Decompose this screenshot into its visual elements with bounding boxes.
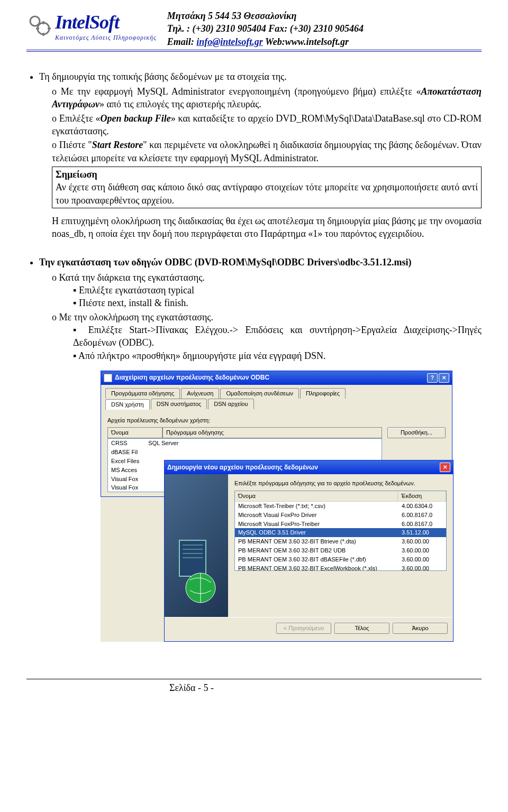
logo-tagline: Καινοτόμες Λύσεις Πληροφορικής: [55, 33, 157, 42]
email-link[interactable]: info@intelsoft.gr: [196, 36, 263, 47]
dsn-label: Αρχεία προέλευσης δεδομένων χρήστη:: [107, 417, 446, 425]
tab-drivers[interactable]: Προγράμματα οδήγησης: [105, 388, 180, 399]
tab-pooling[interactable]: Ομαδοποίηση συνδέσεων: [220, 388, 299, 399]
email-label: Email:: [167, 36, 197, 47]
address: Μητσάκη 5 544 53 Θεσσαλονίκη: [167, 10, 364, 22]
logo: IntelSoft Καινοτόμες Λύσεις Πληροφορικής: [26, 10, 157, 42]
close-button[interactable]: ✕: [439, 373, 449, 383]
page-footer: Σελίδα - 5 -: [26, 681, 482, 694]
wizard-graphic: [165, 474, 228, 617]
contact-block: Μητσάκη 5 544 53 Θεσσαλονίκη Τηλ. : (+30…: [167, 10, 364, 48]
tab-file-dsn[interactable]: DSN αρχείου: [208, 399, 253, 409]
note-body: Αν έχετε στη διάθεση σας κάποιο δικό σας…: [56, 182, 478, 205]
create-dsn-wizard: Δημιουργία νέου αρχείου προέλευσης δεδομ…: [164, 460, 453, 642]
bullet-1: Τη δημιουργία της τοπικής βάσης δεδομένω…: [39, 71, 287, 82]
wizard-title: Δημιουργία νέου αρχείου προέλευσης δεδομ…: [167, 463, 318, 472]
wizard-prompt: Επιλέξτε πρόγραμμα οδήγησης για το αρχεί…: [234, 479, 447, 487]
driver-row[interactable]: Microsoft Visual FoxPro-Treiber6.00.8167…: [235, 520, 446, 529]
driver-row[interactable]: PB MERANT OEM 3.60 32-BIT Btrieve (*.dta…: [235, 537, 446, 546]
driver-row[interactable]: PB MERANT OEM 3.60 32-BIT ExcelWorkbook …: [235, 564, 446, 571]
tab-user-dsn[interactable]: DSN χρήστη: [105, 399, 150, 410]
tab-system-dsn[interactable]: DSN συστήματος: [151, 399, 207, 409]
driver-row[interactable]: PB MERANT OEM 3.60 32-BIT DB2 UDB3.60.00…: [235, 546, 446, 555]
window-title: Διαχείριση αρχείων προέλευσης δεδομένων …: [115, 374, 269, 381]
close-icon[interactable]: ✕: [440, 463, 450, 472]
driver-row[interactable]: PB MERANT OEM 3.60 32-BIT dBASEFile (*.d…: [235, 555, 446, 564]
gear-icon: [26, 13, 52, 38]
driver-list[interactable]: ΌνομαΈκδοση Microsoft Text-Treiber (*.tx…: [234, 491, 447, 571]
driver-row[interactable]: Microsoft Visual FoxPro Driver6.00.8167.…: [235, 511, 446, 520]
add-button[interactable]: Προσθήκη...: [387, 427, 446, 438]
note-box: Σημείωση Αν έχετε στη διάθεση σας κάποιο…: [52, 167, 482, 208]
bullet-2: Την εγκατάσταση των οδηγών ODBC (DVD-ROM…: [39, 257, 412, 267]
phone: Τηλ. : (+30) 2310 905404 Fax: (+30) 2310…: [167, 22, 364, 35]
svg-rect-6: [179, 540, 206, 576]
tab-about[interactable]: Πληροφορίες: [300, 388, 346, 399]
odbc-screenshot: Διαχείριση αρχείων προέλευσης δεδομένων …: [101, 371, 452, 642]
back-button: < Προηγούμενο: [276, 623, 331, 634]
logo-text: IntelSoft: [55, 12, 119, 33]
result-paragraph: Η επιτυχημένη ολοκλήρωση της διαδικασίας…: [52, 215, 482, 241]
col-driver[interactable]: Πρόγραμμα οδήγησης: [162, 427, 382, 438]
app-icon: [104, 374, 112, 382]
tab-trace[interactable]: Ανίχνευση: [181, 388, 219, 399]
svg-point-1: [38, 23, 49, 34]
col-name[interactable]: Όνομα: [107, 427, 162, 438]
cancel-button[interactable]: Άκυρο: [393, 623, 448, 634]
driver-row[interactable]: Microsoft Text-Treiber (*.txt; *.csv)4.0…: [235, 502, 446, 511]
driver-row[interactable]: MySQL ODBC 3.51 Driver3.51.12.00: [235, 528, 446, 537]
finish-button[interactable]: Τέλος: [334, 623, 389, 634]
help-button[interactable]: ?: [427, 373, 438, 383]
web: Web:www.intelsoft.gr: [263, 36, 349, 47]
document-body: Τη δημιουργία της τοπικής βάσης δεδομένω…: [26, 70, 482, 642]
note-title: Σημείωση: [56, 169, 97, 180]
